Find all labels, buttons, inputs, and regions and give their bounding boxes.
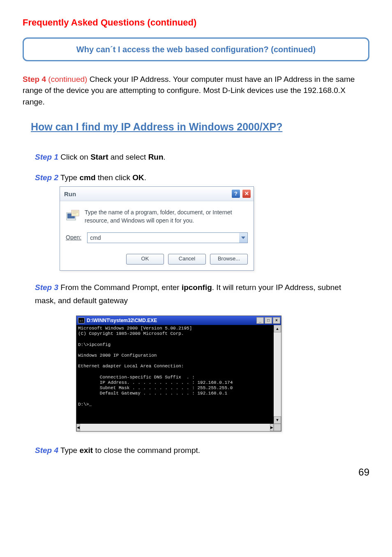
page-number: 69: [23, 465, 369, 479]
step2-pre: Type: [58, 173, 79, 182]
open-combobox[interactable]: [87, 232, 248, 243]
step1-bold2: Run: [148, 153, 164, 161]
cmd-title: D:\WINNT\system32\CMD.EXE: [87, 317, 256, 324]
cmd-body-wrap: Microsoft Windows 2000 [Version 5.00.219…: [76, 325, 281, 424]
hscroll-track[interactable]: [80, 424, 270, 431]
intro-paragraph: Step 4 (continued) Check your IP Address…: [23, 74, 369, 108]
ok-button[interactable]: OK: [126, 254, 164, 265]
run-dialog: Run ? ✕ Type the name of a program, fold…: [60, 186, 254, 270]
scroll-right-icon[interactable]: ▶: [270, 424, 274, 431]
maximize-button[interactable]: □: [265, 317, 272, 324]
svg-rect-2: [71, 210, 79, 216]
open-input[interactable]: [88, 233, 239, 243]
step1-post: .: [164, 153, 166, 161]
chevron-down-icon[interactable]: [239, 233, 247, 243]
step1-mid: and select: [108, 153, 148, 161]
step2-bold2: OK: [132, 173, 144, 182]
step3-label: Step 3: [35, 283, 58, 292]
titlebar-buttons: ? ✕: [231, 189, 251, 198]
resize-grip[interactable]: [274, 424, 281, 431]
run-title: Run: [64, 190, 76, 198]
close-button[interactable]: ✕: [242, 189, 251, 198]
run-buttons: OK Cancel Browse...: [66, 252, 248, 265]
cmd-output: Microsoft Windows 2000 [Version 5.00.219…: [76, 325, 274, 424]
open-label: Open:: [66, 234, 81, 242]
faq-question-link[interactable]: How can I find my IP Address in Windows …: [31, 120, 361, 134]
run-description: Type the name of a program, folder, docu…: [85, 209, 248, 225]
step2-mid: then click: [96, 173, 133, 182]
step3-bold1: ipconfig: [182, 283, 212, 292]
step2-line: Step 2 Type cmd then click OK.: [35, 172, 357, 183]
help-button[interactable]: ?: [231, 189, 240, 198]
callout-box: Why can´t I access the web based configu…: [23, 37, 369, 61]
scroll-down-icon[interactable]: ▼: [274, 416, 281, 424]
step4b-label: Step 4: [35, 446, 58, 455]
step3-pre: From the Command Prompt, enter: [58, 283, 182, 292]
page-title: Frequently Asked Questions (continued): [23, 16, 369, 29]
continued-label: (continued): [46, 75, 87, 84]
minimize-button[interactable]: _: [256, 317, 264, 324]
step4b-pre: Type: [58, 446, 79, 455]
step1-bold1: Start: [90, 153, 108, 161]
open-row: Open:: [66, 232, 248, 243]
scroll-left-icon[interactable]: ◀: [76, 424, 80, 431]
horizontal-scrollbar[interactable]: ◀ ▶: [76, 424, 281, 431]
scroll-up-icon[interactable]: ▲: [274, 325, 281, 332]
step4b-line: Step 4 Type exit to close the command pr…: [35, 444, 357, 457]
cmd-window: c:\ D:\WINNT\system32\CMD.EXE _ □ × Micr…: [76, 316, 281, 432]
browse-button[interactable]: Browse...: [210, 254, 248, 265]
cmd-titlebar-buttons: _ □ ×: [256, 317, 280, 324]
scroll-track[interactable]: [274, 332, 281, 416]
step4b-bold1: exit: [79, 446, 93, 455]
run-body: Type the name of a program, folder, docu…: [60, 201, 254, 270]
step2-post: .: [144, 173, 146, 182]
step4-label: Step 4: [23, 75, 46, 84]
callout-text: Why can´t I access the web based configu…: [36, 44, 356, 55]
cmd-titlebar: c:\ D:\WINNT\system32\CMD.EXE _ □ ×: [76, 316, 281, 325]
run-titlebar: Run ? ✕: [60, 187, 254, 201]
run-icon: [66, 209, 80, 222]
cancel-button[interactable]: Cancel: [168, 254, 206, 265]
run-desc-row: Type the name of a program, folder, docu…: [66, 209, 248, 225]
step1-label: Step 1: [35, 153, 58, 161]
close-button[interactable]: ×: [273, 317, 280, 324]
step4b-post: to close the command prompt.: [93, 446, 200, 455]
step1-pre: Click on: [58, 153, 90, 161]
step2-label: Step 2: [35, 173, 58, 182]
cmd-icon: c:\: [78, 318, 85, 323]
step1-line: Step 1 Click on Start and select Run.: [35, 151, 357, 164]
step2-bold1: cmd: [79, 173, 95, 182]
vertical-scrollbar[interactable]: ▲ ▼: [274, 325, 281, 424]
step3-line: Step 3 From the Command Prompt, enter ip…: [35, 281, 357, 308]
